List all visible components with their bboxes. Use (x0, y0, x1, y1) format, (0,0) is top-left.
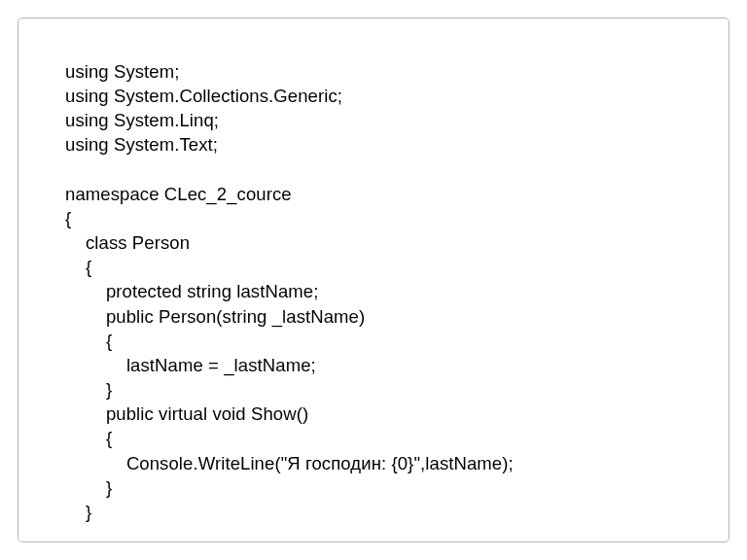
slide-frame: using System; using System.Collections.G… (18, 18, 729, 542)
code-block: using System; using System.Collections.G… (65, 59, 682, 524)
